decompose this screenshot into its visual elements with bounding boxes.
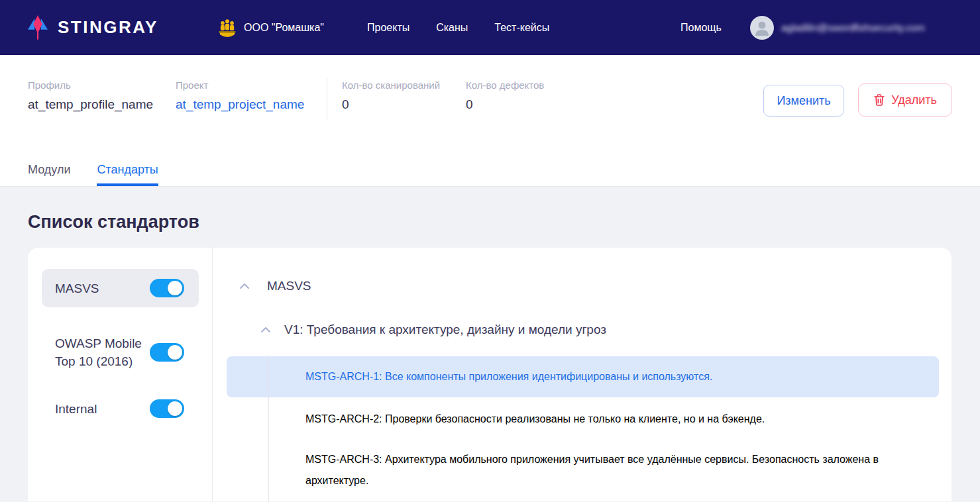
tree-node-v1-group[interactable]: V1: Требования к архитектуре, дизайну и … [213, 315, 952, 344]
org-emblem-icon [217, 16, 237, 40]
sidebar-item-masvs[interactable]: MASVS [42, 269, 199, 307]
org-name: ООО "Ромашка" [244, 22, 324, 34]
standards-page: Список стандартов MASVS OWASP Mobile Top… [0, 187, 980, 501]
profile-field: Профиль at_temp_profile_name [28, 79, 153, 112]
masvs-toggle[interactable] [150, 279, 184, 297]
user-avatar [750, 16, 774, 40]
profile-name: at_temp_profile_name [28, 97, 153, 112]
standards-panel: MASVS OWASP Mobile Top 10 (2016) Interna… [28, 248, 952, 501]
standard-label: MASVS [55, 279, 99, 297]
brand-logo[interactable]: STINGRAY [27, 15, 158, 40]
tree-guide-line [268, 356, 269, 501]
edit-button[interactable]: Изменить [763, 85, 844, 117]
chevron-up-icon[interactable] [260, 326, 271, 333]
standards-tree: MASVS V1: Требования к архитектуре, диза… [213, 248, 952, 501]
tree-node-masvs[interactable]: MASVS [213, 272, 952, 301]
tree-node-label: V1: Требования к архитектуре, дизайну и … [284, 323, 606, 337]
edit-button-label: Изменить [777, 94, 830, 108]
nav-testcases[interactable]: Тест-кейсы [494, 22, 549, 34]
sidebar-item-internal[interactable]: Internal [42, 399, 199, 418]
nav-help[interactable]: Помощь [681, 22, 722, 34]
tree-item-mstg-arch-3[interactable]: MSTG-ARCH-3: Архитектура мобильного прил… [227, 441, 939, 501]
tree-item-label: MSTG-ARCH-1: Все компоненты приложения и… [305, 366, 712, 387]
defect-count-label: Кол-во дефектов [466, 79, 544, 91]
main-nav: Проекты Сканы Тест-кейсы [367, 22, 549, 34]
tree-item-label: MSTG-ARCH-2: Проверки безопасности реали… [305, 409, 765, 430]
project-label: Проект [176, 79, 304, 91]
nav-projects[interactable]: Проекты [367, 22, 409, 34]
page-title: Список стандартов [28, 212, 199, 232]
tree-node-label: MASVS [267, 279, 311, 293]
project-link[interactable]: at_temp_project_name [176, 97, 304, 112]
stingray-logo-icon [27, 15, 49, 40]
standard-label: OWASP Mobile Top 10 (2016) [55, 334, 144, 370]
tab-standards[interactable]: Стандарты [97, 163, 158, 186]
tree-item-label: MSTG-ARCH-3: Архитектура мобильного прил… [305, 449, 889, 491]
defect-count-field: Кол-во дефектов 0 [466, 79, 544, 112]
scan-count-label: Кол-во сканирований [342, 79, 440, 91]
brand-name: STINGRAY [58, 17, 158, 38]
chevron-up-icon[interactable] [239, 283, 250, 289]
user-email: agladilin@swordfishsecurity.com [781, 22, 925, 33]
scan-count-value: 0 [342, 97, 440, 112]
user-menu[interactable]: agladilin@swordfishsecurity.com [750, 16, 925, 40]
tab-modules[interactable]: Модули [28, 163, 70, 186]
standards-sidebar: MASVS OWASP Mobile Top 10 (2016) Interna… [28, 248, 213, 501]
defect-count-value: 0 [466, 97, 544, 112]
tab-bar: Модули Стандарты [28, 163, 158, 186]
profile-header: Профиль at_temp_profile_name Проект at_t… [0, 55, 980, 187]
standard-label: Internal [55, 400, 97, 418]
header-divider [327, 78, 327, 121]
app: STINGRAY ООО "Ромашка" Проекты Сканы [0, 0, 980, 501]
profile-label: Профиль [28, 79, 153, 91]
top-navbar: STINGRAY ООО "Ромашка" Проекты Сканы [0, 0, 980, 55]
tree-item-mstg-arch-2[interactable]: MSTG-ARCH-2: Проверки безопасности реали… [227, 397, 939, 441]
project-field: Проект at_temp_project_name [176, 79, 304, 112]
scan-count-field: Кол-во сканирований 0 [342, 79, 440, 112]
delete-button[interactable]: Удалить [858, 83, 952, 117]
delete-button-label: Удалить [891, 93, 937, 107]
owasp-toggle[interactable] [150, 343, 184, 362]
org-selector[interactable]: ООО "Ромашка" [217, 16, 324, 40]
nav-scans[interactable]: Сканы [436, 22, 468, 34]
sidebar-item-owasp-mobile-top10[interactable]: OWASP Mobile Top 10 (2016) [42, 334, 199, 370]
internal-toggle[interactable] [150, 399, 184, 418]
tree-item-mstg-arch-1[interactable]: MSTG-ARCH-1: Все компоненты приложения и… [227, 356, 939, 397]
trash-icon [873, 93, 885, 107]
